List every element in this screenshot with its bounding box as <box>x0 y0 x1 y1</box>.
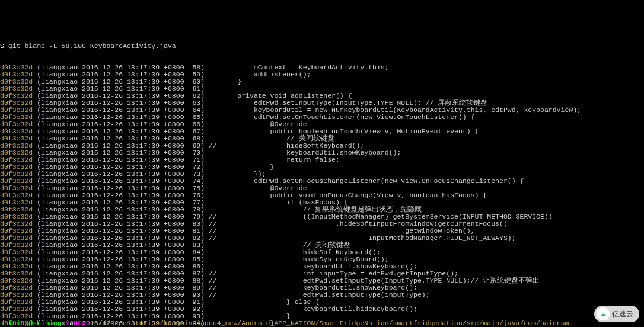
prompt-user: shining <box>0 320 28 327</box>
prompt-dollar: $ <box>0 43 4 50</box>
terminal-output[interactable]: $ git blame -L 58,100 KeyboardActivity.j… <box>0 28 644 327</box>
git-command: git blame -L 58,100 KeyboardActivity.jav… <box>8 43 176 50</box>
prompt-path: /d/Repositories/kangxinjiagou4_new/Andro… <box>94 320 569 327</box>
prompt-mingw: MINGW32 <box>65 320 94 327</box>
code-content: } <box>205 78 241 85</box>
prompt-host: shining <box>33 320 61 327</box>
watermark-badge: ☁ 亿速云 <box>594 306 639 322</box>
cloud-icon: ☁ <box>597 307 610 320</box>
shell-prompt[interactable]: shining@shining MINGW32 /d/Repositories/… <box>0 320 569 327</box>
command-line: $ git blame -L 58,100 KeyboardActivity.j… <box>0 43 644 50</box>
watermark-text: 亿速云 <box>612 310 633 318</box>
prompt-at: @ <box>28 320 33 327</box>
